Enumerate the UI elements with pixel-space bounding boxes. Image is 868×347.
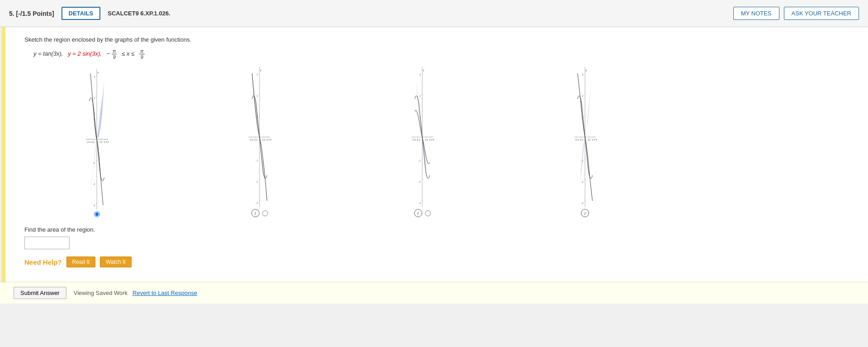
- find-area-label: Find the area of the region.: [24, 226, 854, 233]
- details-button[interactable]: DETAILS: [61, 7, 101, 20]
- graph-3-svg: y x 3 2 1 −1 −2 −3 −0.4 −0.2 0.2 0.4: [350, 67, 495, 207]
- revert-link[interactable]: Revert to Last Response: [132, 290, 197, 296]
- graph-1-radio-row: [94, 211, 100, 217]
- graph-3-info-icon[interactable]: i: [414, 209, 422, 217]
- svg-text:−1: −1: [418, 160, 421, 162]
- graph-3-radio-row: i: [414, 209, 431, 217]
- frac1: π 9: [112, 48, 117, 60]
- main-content: Sketch the region enclosed by the graphs…: [0, 27, 868, 282]
- svg-text:0.4: 0.4: [267, 139, 270, 142]
- frac2-den: 9: [140, 54, 144, 60]
- svg-text:3: 3: [257, 74, 258, 76]
- svg-text:3: 3: [94, 76, 95, 78]
- svg-text:−0.2: −0.2: [253, 139, 258, 142]
- viewing-text-label: Viewing Saved Work: [74, 290, 127, 296]
- svg-text:−3: −3: [581, 202, 584, 204]
- need-help-label: Need Help?: [24, 258, 62, 266]
- svg-text:−2: −2: [93, 183, 95, 185]
- svg-text:y: y: [260, 69, 261, 72]
- graph-2-container: y x 3 2 1 −1 −2 −3 −0.4 −0.2 0.2 0.4: [187, 67, 332, 217]
- instruction-text: Sketch the region enclosed by the graphs…: [24, 36, 854, 43]
- graph-2-radio[interactable]: [262, 210, 268, 216]
- svg-text:−2: −2: [418, 181, 421, 183]
- svg-text:−3: −3: [255, 202, 258, 204]
- graph-2-svg: y x 3 2 1 −1 −2 −3 −0.4 −0.2 0.2 0.4: [187, 67, 332, 207]
- svg-text:0.4: 0.4: [429, 139, 433, 142]
- svg-text:x: x: [270, 138, 271, 141]
- svg-text:y: y: [423, 69, 424, 72]
- graph-2-info-icon[interactable]: i: [251, 209, 259, 217]
- submit-answer-button[interactable]: Submit Answer: [14, 287, 66, 299]
- frac1-den: 9: [112, 54, 117, 60]
- graph-4-info-icon[interactable]: i: [581, 209, 589, 217]
- svg-text:−2: −2: [255, 181, 258, 183]
- svg-text:2: 2: [257, 95, 258, 97]
- svg-text:2: 2: [582, 95, 584, 97]
- svg-text:−3: −3: [418, 202, 421, 204]
- svg-text:−3: −3: [93, 204, 95, 207]
- svg-text:−2: −2: [581, 181, 584, 183]
- svg-text:x: x: [595, 138, 597, 141]
- left-accent-bar: [2, 27, 5, 282]
- header-bar: 5. [-/1.5 Points] DETAILS SCALCET9 6.XP.…: [0, 0, 868, 27]
- graph-1-svg: y x 3 2 1 −1 −2 −3 −0.4 −0.2 0.2 0.4: [24, 69, 169, 209]
- frac2-num: π: [139, 48, 144, 54]
- svg-text:0.2: 0.2: [99, 142, 103, 144]
- watch-it-button[interactable]: Watch It: [100, 257, 132, 267]
- svg-text:−1: −1: [255, 160, 258, 162]
- svg-text:3: 3: [582, 74, 584, 76]
- formula-part4: ≤ x ≤: [122, 50, 134, 57]
- header-right: MY NOTES ASK YOUR TEACHER: [733, 7, 859, 20]
- read-it-button[interactable]: Read It: [66, 257, 96, 267]
- formula-part3: −: [107, 50, 110, 57]
- my-notes-button[interactable]: MY NOTES: [733, 7, 779, 20]
- need-help-row: Need Help? Read It Watch It: [24, 257, 854, 267]
- graph-3-radio[interactable]: [425, 210, 431, 216]
- svg-text:−1: −1: [93, 162, 95, 164]
- footer-bar: Submit Answer Viewing Saved Work Revert …: [0, 282, 868, 304]
- svg-text:2: 2: [420, 95, 421, 97]
- svg-text:x: x: [107, 140, 108, 143]
- graphs-row: y x 3 2 1 −1 −2 −3 −0.4 −0.2 0.2 0.4: [24, 67, 854, 217]
- svg-text:0.4: 0.4: [104, 142, 107, 144]
- graph-4-svg: y x 3 2 1 −1 −2 −3 −0.4 −0.2 0.2 0.4: [513, 67, 657, 207]
- q-num: 5.: [9, 10, 14, 17]
- svg-text:−0.2: −0.2: [416, 139, 420, 142]
- formula-part2: y = 2 sin(3x),: [68, 50, 102, 57]
- q-points: [-/1.5 Points]: [16, 10, 54, 17]
- question-number: 5. [-/1.5 Points]: [9, 10, 54, 17]
- page-container: 5. [-/1.5 Points] DETAILS SCALCET9 6.XP.…: [0, 0, 868, 347]
- answer-input[interactable]: [24, 237, 70, 249]
- graph-4-container: y x 3 2 1 −1 −2 −3 −0.4 −0.2 0.2 0.4: [513, 67, 657, 217]
- svg-text:x: x: [433, 138, 434, 141]
- graph-1-container: y x 3 2 1 −1 −2 −3 −0.4 −0.2 0.2 0.4: [24, 69, 169, 217]
- svg-text:0.2: 0.2: [588, 139, 591, 142]
- svg-text:0.4: 0.4: [592, 139, 595, 142]
- svg-text:2: 2: [94, 97, 95, 100]
- graph-3-container: y x 3 2 1 −1 −2 −3 −0.4 −0.2 0.2 0.4: [350, 67, 495, 217]
- svg-text:3: 3: [420, 74, 421, 76]
- viewing-saved-work-text: Viewing Saved Work Revert to Last Respon…: [74, 290, 197, 296]
- math-formula: y = tan(3x), y = 2 sin(3x), − π 9 ≤ x ≤ …: [33, 48, 854, 60]
- find-area-section: Find the area of the region.: [24, 226, 854, 249]
- graph-4-radio-row: i: [581, 209, 589, 217]
- svg-text:−0.2: −0.2: [90, 142, 95, 144]
- svg-text:−0.2: −0.2: [579, 139, 583, 142]
- svg-text:y: y: [97, 71, 99, 74]
- svg-text:y: y: [585, 69, 587, 72]
- graph-1-radio[interactable]: [94, 211, 100, 217]
- svg-text:0.2: 0.2: [262, 139, 265, 142]
- frac2: π 9: [139, 48, 144, 60]
- svg-text:0.2: 0.2: [425, 139, 428, 142]
- question-id: SCALCET9 6.XP.1.026.: [108, 10, 170, 17]
- graph-2-radio-row: i: [251, 209, 268, 217]
- header-left: 5. [-/1.5 Points] DETAILS SCALCET9 6.XP.…: [9, 7, 170, 20]
- ask-teacher-button[interactable]: ASK YOUR TEACHER: [784, 7, 859, 20]
- frac1-num: π: [112, 48, 117, 54]
- formula-part1: y = tan(3x),: [33, 50, 63, 57]
